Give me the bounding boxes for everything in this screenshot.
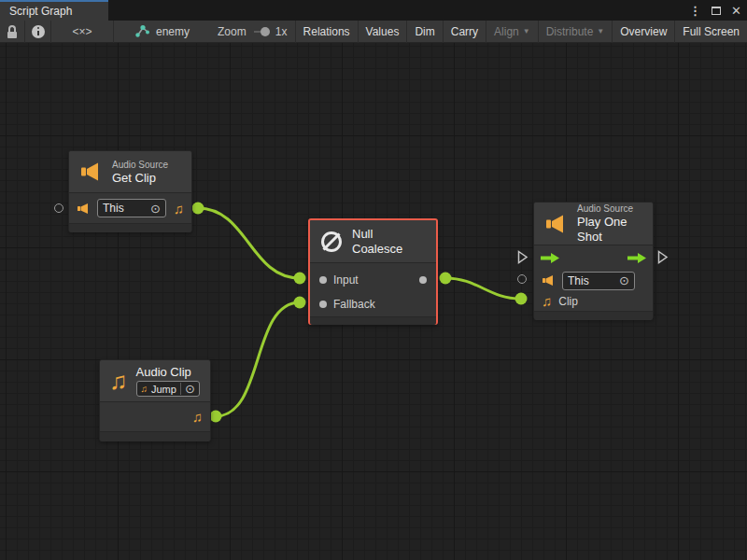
fullscreen-button[interactable]: Full Screen [675,21,747,43]
overview-button[interactable]: Overview [613,21,674,43]
close-icon[interactable]: ✕ [731,4,741,18]
port-row-input: Input [310,267,436,292]
chevron-down-icon: ▼ [523,27,530,35]
node-null-coalesce[interactable]: Null Coalesce Input Fallback [308,218,438,325]
carry-button[interactable]: Carry [444,21,486,43]
code-icon: <×> [72,25,92,38]
dim-button[interactable]: Dim [407,21,442,43]
node-header: Audio Source Get Clip [69,151,191,193]
wire-output-to-clip[interactable] [445,278,521,299]
node-header: Null Coalesce [310,220,436,263]
node-category: Audio Source [577,203,643,215]
inspect-button[interactable] [25,21,50,43]
node-title: Null Coalesce [352,227,427,257]
connection-dot[interactable] [515,293,528,305]
fallback-port[interactable] [319,301,327,308]
input-port[interactable] [319,276,327,284]
target-object-field[interactable]: This ⊙ [97,199,166,217]
port-row-fallback: Fallback [310,292,436,316]
port-row: This ⊙ ♫ [69,193,191,223]
node-footer [534,311,653,320]
audio-clip-icon: ♫ [141,384,148,394]
lock-icon [7,25,17,37]
node-title: Audio Clip [136,365,200,380]
zoom-slider-thumb[interactable] [261,27,270,36]
connection-dot[interactable] [210,411,222,423]
node-audio-clip[interactable]: ♫ Audio Clip ♫ Jump ⊙ ♫ [99,359,211,441]
zoom-value: 1x [275,25,288,38]
audio-source-icon [542,274,556,287]
clip-input-icon[interactable]: ♫ [542,294,552,308]
object-picker-icon[interactable]: ⊙ [150,203,161,215]
zoom-label: Zoom [218,25,247,38]
flow-in-arrow-icon[interactable] [540,252,560,264]
connection-dot[interactable] [192,203,204,215]
node-footer [310,316,436,325]
script-graph-window: Script Graph ⋮ ✕ <×> [0,0,747,560]
window-menu-icon[interactable]: ⋮ [689,4,701,18]
graph-breadcrumb[interactable]: enemy [134,24,190,38]
audio-clip-output-icon[interactable]: ♫ [192,410,203,424]
audio-source-icon [77,203,91,215]
node-title: Get Clip [112,171,168,186]
tab-title: Script Graph [9,5,72,18]
audio-clip-object-field[interactable]: ♫ Jump ⊙ [136,381,200,397]
node-footer [100,431,210,441]
node-category: Audio Source [112,159,168,171]
object-picker-icon[interactable]: ⊙ [180,383,195,395]
play-one-shot-flow-in-port[interactable] [516,250,529,264]
connection-dot[interactable] [440,273,452,285]
audio-source-icon [543,214,569,234]
port-row: ♫ [100,402,210,431]
node-footer [69,223,191,232]
port-row-clip: ♫ Clip [534,291,653,311]
titlebar-controls: ⋮ ✕ [689,0,741,21]
node-header: ♫ Audio Clip ♫ Jump ⊙ [100,360,210,402]
wire-audioclip-to-fallback[interactable] [216,302,300,416]
tab-bar: Script Graph ⋮ ✕ [0,0,747,21]
wire-getclip-to-input[interactable] [198,208,300,278]
connection-dot[interactable] [294,273,306,285]
play-one-shot-flow-out-port[interactable] [656,250,669,264]
node-play-one-shot[interactable]: Audio Source Play One Shot This [533,202,654,319]
port-row-target: This ⊙ [534,270,653,291]
toolbar-buttons: Relations Values Dim Carry Align ▼ Distr… [295,21,747,43]
audio-clip-output-icon[interactable]: ♫ [174,202,184,216]
result-output-port[interactable] [419,276,427,284]
connection-dot[interactable] [294,297,306,309]
edit-source-button[interactable]: <×> [51,21,113,43]
audio-clip-icon: ♫ [109,369,128,393]
chevron-down-icon: ▼ [597,27,604,35]
zoom-slider[interactable] [254,31,266,33]
play-one-shot-target-input-port[interactable] [517,274,527,284]
graph-name: enemy [156,25,190,38]
graph-icon [134,24,150,38]
toolbar-separator [113,21,114,43]
target-object-field[interactable]: This ⊙ [562,272,635,290]
tab-script-graph[interactable]: Script Graph [0,0,108,21]
maximize-icon[interactable] [712,7,721,15]
align-dropdown[interactable]: Align ▼ [486,21,538,43]
info-icon [32,25,45,38]
node-header: Audio Source Play One Shot [534,203,653,245]
get-clip-target-input-port[interactable] [54,203,63,213]
object-picker-icon[interactable]: ⊙ [619,274,629,287]
flow-row [534,245,653,270]
flow-out-arrow-icon[interactable] [627,252,647,264]
values-button[interactable]: Values [359,21,407,43]
graph-canvas[interactable]: Audio Source Get Clip This ⊙ ♫ [0,43,747,560]
null-coalesce-icon [319,230,344,254]
audio-source-icon [78,161,104,182]
node-title: Play One Shot [577,215,643,245]
node-get-clip[interactable]: Audio Source Get Clip This ⊙ ♫ [68,150,192,232]
graph-toolbar: <×> enemy Zoom 1x Relations Values Dim [0,21,747,43]
lock-button[interactable] [0,21,24,43]
relations-button[interactable]: Relations [296,21,358,43]
distribute-dropdown[interactable]: Distribute ▼ [539,21,613,43]
